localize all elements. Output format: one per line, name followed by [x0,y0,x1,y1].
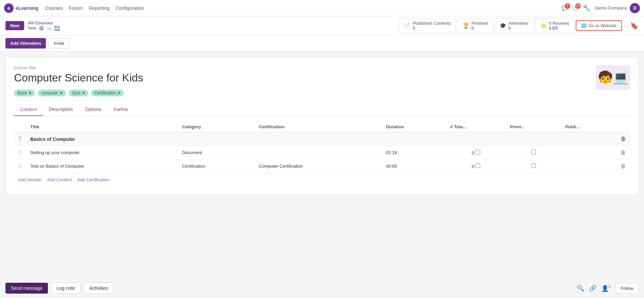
section-row-basics: ⠿ Basics of Computer 🗑 [14,132,630,146]
tag-basic-remove[interactable]: ✕ [29,91,32,95]
row1-category[interactable]: Document [178,146,255,160]
tag-certification-label: Certification [94,91,116,95]
finished-btn[interactable]: 🏆 Finished 0 [457,18,493,33]
content-table: Title Category Certification Duration # … [14,122,630,173]
notification-btn-2[interactable]: 🕐 29 [572,5,578,11]
published-label: Published Contents [413,21,451,26]
row2-total: 0 [446,160,506,173]
drag-handle-2[interactable]: ⠿ [18,163,22,169]
tab-karma[interactable]: Karma [107,103,134,116]
breadcrumb-bottom: New ⚙️ ☁️ ↩️ [28,25,60,31]
row2-preview-check[interactable] [531,163,536,168]
reviews-btn[interactable]: ⭐ 0 Reviews 0.0/5 [535,18,574,33]
course-title-label: Course Title [14,66,630,70]
row1-title[interactable]: Setting up your computer [26,146,178,160]
tags-container: Basic ✕ computer ✕ Quiz ✕ Certification … [14,90,630,96]
tab-description[interactable]: Description [43,103,79,116]
row1-delete-btn[interactable]: 🗑 [621,150,626,155]
row2-total-check[interactable] [475,163,480,168]
notification-btn-1[interactable]: 💬 6 [562,5,568,11]
main-content: 🧒💻 Course Title Computer Science for Kid… [0,52,644,222]
top-navigation: e eLearning Courses Forum Reporting Conf… [0,0,644,16]
settings-icon[interactable]: ⚙️ [38,25,44,31]
user-avatar[interactable]: D [630,3,640,13]
tag-quiz-label: Quiz [72,91,81,95]
tag-quiz-remove[interactable]: ✕ [82,91,85,95]
section-title[interactable]: Basics of Computer [26,132,561,146]
row1-preview-check[interactable] [531,150,536,154]
row2-duration: 00:00 [382,160,446,173]
attendees-label: Attendees [508,21,528,26]
tag-computer-remove[interactable]: ✕ [59,91,63,95]
menu-forum[interactable]: Forum [69,5,83,11]
tag-basic: Basic ✕ [14,90,35,96]
menu-reporting[interactable]: Reporting [89,5,110,11]
go-website-label: Go to Website [589,23,616,28]
add-content-link[interactable]: Add Content [47,177,72,182]
row1-duration: 02:18 [382,146,446,160]
tag-certification-remove[interactable]: ✕ [117,91,120,95]
col-published: Publi... [561,122,616,132]
new-button[interactable]: New [5,21,24,30]
go-to-website-btn[interactable]: 🌐 Go to Website [576,20,622,31]
cloud-upload-icon[interactable]: ☁️ [46,25,52,31]
table-body: ⠿ Basics of Computer 🗑 ⠿ Setting up your… [14,132,630,173]
col-drag [14,122,26,132]
reviews-value: 0.0/5 [549,26,569,31]
add-certification-link[interactable]: Add Certification [77,177,109,182]
col-total: # Tota... [446,122,506,132]
drag-handle-1[interactable]: ⠿ [18,150,22,155]
finished-info: Finished 0 [471,21,488,31]
attendees-value: 0 [508,26,528,31]
main-menu: Courses Forum Reporting Configuration [45,5,144,11]
bookmark-icon[interactable]: 🔖 [630,22,639,30]
tab-content[interactable]: Content [14,103,43,116]
reviews-icon: ⭐ [540,22,547,29]
breadcrumb-current: New [28,26,36,31]
attendees-info: Attendees 0 [508,21,528,31]
finished-icon: 🏆 [463,22,469,29]
col-category: Category [178,122,255,132]
row2-delete-btn[interactable]: 🗑 [621,163,626,169]
invite-button[interactable]: Invite [49,38,69,49]
course-form: 🧒💻 Course Title Computer Science for Kid… [5,57,639,195]
tag-certification: Certification ✕ [91,90,124,96]
published-contents-btn[interactable]: 📄 Published Contents 0 [399,18,456,33]
add-attendees-button[interactable]: Add Attendees [5,38,46,49]
finished-label: Finished [471,21,488,26]
attendees-icon: 🎓 [500,22,506,29]
row2-preview [506,160,561,173]
table-row: ⠿ Setting up your computer Document 02:1… [14,146,630,160]
course-image[interactable]: 🧒💻 [596,66,630,89]
app-name: eLearning [16,5,38,11]
undo-icon[interactable]: ↩️ [54,25,60,31]
globe-icon: 🌐 [581,23,587,28]
row1-certification [255,146,382,160]
row1-total: 0 [446,146,506,160]
table-header: Title Category Certification Duration # … [14,122,630,132]
wrench-icon[interactable]: 🔧 [583,4,590,12]
breadcrumb-link[interactable]: All Courses [28,20,60,25]
tag-basic-label: Basic [17,91,27,95]
logo-icon: e [4,3,14,13]
attendees-btn[interactable]: 🎓 Attendees 0 [494,18,534,33]
row1-total-check[interactable] [475,150,480,154]
drag-handle-section[interactable]: ⠿ [18,136,22,142]
row2-category: Certification [178,160,255,173]
course-title[interactable]: Computer Science for Kids [14,72,630,84]
app-logo[interactable]: e eLearning [4,3,38,13]
row1-published [561,146,616,160]
user-info: Demo Company D [595,3,640,13]
tab-options[interactable]: Options [79,103,107,116]
row2-title[interactable]: Test on Basics of Computer [26,160,178,173]
action-bar: New All Courses New ⚙️ ☁️ ↩️ 📄 Published… [0,16,644,35]
row1-preview [506,146,561,160]
tag-computer-label: computer [41,91,58,95]
menu-courses[interactable]: Courses [45,5,63,11]
tag-computer: computer ✕ [38,90,66,96]
add-section-link[interactable]: Add Section [18,177,42,182]
section-delete-btn[interactable]: 🗑 [621,136,626,142]
row2-certification: Computer Certification [255,160,382,173]
menu-configuration[interactable]: Configuration [116,5,144,11]
published-icon: 📄 [404,22,411,29]
